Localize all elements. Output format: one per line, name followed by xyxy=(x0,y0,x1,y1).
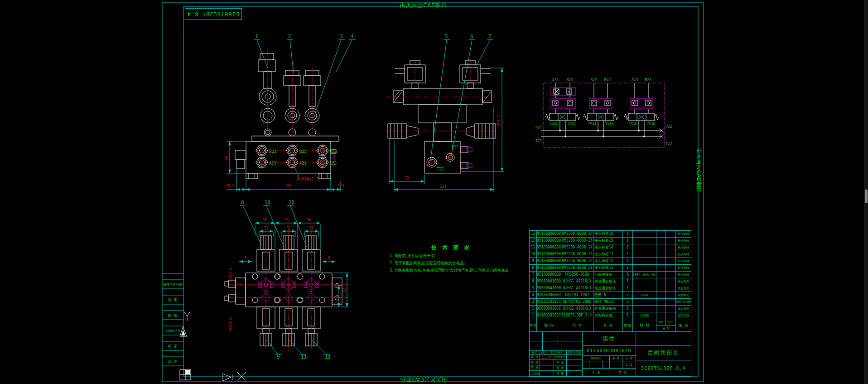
svg-text:B21: B21 xyxy=(567,78,574,82)
svg-text:9: 9 xyxy=(277,354,280,360)
table-cell-qty: 1 xyxy=(623,312,633,319)
table-cell-material: 订货图 xyxy=(633,312,656,319)
svg-text:YV16: YV16 xyxy=(647,122,656,126)
svg-text:T22: T22 xyxy=(665,142,672,146)
table-cell-unit_wt xyxy=(656,265,665,272)
table-cell-drawing_no: HM3250-0000-14 xyxy=(561,244,593,251)
left-strip: 修理用件登记 描 图 校 核 旧底图总号 签 字 日 期 xyxy=(162,273,183,366)
svg-text:1: 1 xyxy=(255,34,258,39)
svg-text:YV12: YV12 xyxy=(568,122,576,126)
table-row: 129513000000018HM3250-0000-15接头标签151长沙奇峰 xyxy=(530,238,691,244)
table-row: 89513000000014HM3250-0000-11接头标签111长沙奇峰 xyxy=(530,265,691,272)
table-cell-name: 锥直通管接头 xyxy=(593,285,623,292)
table-cell-code: 011603830020150 xyxy=(537,312,561,319)
table-cell-unit_wt xyxy=(656,285,665,292)
table-cell-name: 电磁阀接头 xyxy=(593,272,623,278)
table-cell-qty: 2 xyxy=(623,299,633,306)
port-label: B23 xyxy=(329,149,337,154)
table-cell-no: 13 xyxy=(530,231,537,238)
table-cell-name: 接头标签12 xyxy=(593,258,623,265)
strip-cell-label: 校 核 xyxy=(168,313,178,317)
table-cell-drawing_no: 5160TSL3DF.8.4.1 xyxy=(561,312,593,319)
svg-text:4: 4 xyxy=(351,34,354,39)
table-cell-material xyxy=(633,238,656,244)
table-row: 119513000000017HM3250-0000-14接头标签141长沙奇峰 xyxy=(530,244,691,251)
table-row: 139513000000019HM3250-0000-16接头标签161长沙奇峰 xyxy=(530,231,691,238)
table-row: 10116038300201505160TSL3DF.8.4.1后阀块总成1订货… xyxy=(530,312,691,319)
table-cell-name: 接头标签16 xyxy=(593,231,623,238)
table-cell-drawing_no: Q/HG1.41814LX xyxy=(561,306,593,312)
svg-text:YV13: YV13 xyxy=(588,122,596,126)
table-cell-total_wt xyxy=(665,278,676,285)
table-cell-code: 9513000000018 xyxy=(537,238,561,244)
scale-value: 1:2 xyxy=(622,361,636,369)
table-cell-qty: 2 xyxy=(623,292,633,299)
table-cell-code: 9513000000014 xyxy=(537,265,561,272)
table-cell-material xyxy=(633,265,656,272)
svg-text:7: 7 xyxy=(488,34,492,39)
side-view: P21 T21 5 6 7 73 231 293.5 xyxy=(385,34,504,192)
directional-valve-symbols xyxy=(545,113,659,121)
table-cell-drawing_no: HM3250-0000-15 xyxy=(561,238,593,244)
port-label: B21 xyxy=(269,149,276,154)
table-cell-qty: 1 xyxy=(623,251,633,258)
table-cell-material: 65Mn xyxy=(633,292,656,299)
table-cell-no: 4 xyxy=(530,292,537,299)
table-cell-remark: 长沙奇峰 xyxy=(676,265,691,272)
port-label: A23 xyxy=(329,161,337,165)
table-cell-no: 10 xyxy=(530,251,537,258)
table-cell-name: 螺栓 M8x25 xyxy=(593,299,623,306)
table-cell-remark: 镀锌 8.8级 xyxy=(676,299,691,306)
table-cell-total_wt xyxy=(665,244,676,251)
corner-mark-icon xyxy=(180,369,191,380)
document-number: 01160303081620 xyxy=(582,345,636,356)
bom-header-remark: 备 注 xyxy=(675,319,691,332)
table-cell-total_wt xyxy=(665,292,676,299)
tech-requirement-item: 2. 用于装配的阀块总成应是经检验的合格品; xyxy=(390,261,526,266)
table-cell-unit_wt xyxy=(656,251,665,258)
svg-text:5: 5 xyxy=(445,34,448,39)
table-cell-total_wt xyxy=(665,231,676,238)
table-cell-total_wt xyxy=(665,299,676,306)
table-cell-drawing_no: HM3250-0000-16 xyxy=(561,231,593,238)
strip-cell-label: 日 期 xyxy=(168,360,178,364)
sheet-page: 第 张 xyxy=(609,368,636,377)
svg-text:8: 8 xyxy=(245,256,247,260)
table-cell-material xyxy=(633,306,656,312)
table-cell-material xyxy=(633,231,656,238)
svg-text:B22: B22 xyxy=(604,78,611,82)
table-cell-code: 9513000000019 xyxy=(537,231,561,238)
port-label: A22 xyxy=(299,161,307,165)
table-cell-total_wt xyxy=(665,312,676,319)
strip-cell-label: 修理用件登记 xyxy=(163,283,182,287)
drawing-number: 5160TSL3DF.8.4 xyxy=(636,360,691,377)
corner-label: 5160TSL3DF 8.4 xyxy=(187,11,239,17)
svg-text:M22x1.5: M22x1.5 xyxy=(229,268,232,282)
table-cell-code: 9506004100110 xyxy=(537,306,561,312)
svg-text:50: 50 xyxy=(284,218,289,222)
scrollbar-track[interactable] xyxy=(864,0,868,384)
tech-requirement-item: 3. 管路装配接管前,各接头应用防尘盖封堵严密,防止异物进入阀块油道. xyxy=(390,268,526,273)
table-cell-no: 2 xyxy=(530,306,537,312)
table-cell-qty: 1 xyxy=(623,231,633,238)
svg-text:41: 41 xyxy=(334,295,338,300)
sign-row-label: 日 期 xyxy=(554,370,567,377)
table-cell-drawing_no: GB/T5783-2000 xyxy=(561,299,593,306)
table-cell-drawing_no: HM3250-0000-13 xyxy=(561,251,593,258)
table-cell-qty: 1 xyxy=(623,285,633,292)
table-cell-code: 9201038600301 xyxy=(537,292,561,299)
table-cell-unit_wt xyxy=(656,278,665,285)
assembly-type-label: 组件 xyxy=(582,331,636,346)
table-cell-name: 接头标签15 xyxy=(593,238,623,244)
port-label: A21 xyxy=(269,161,276,165)
table-cell-remark: 长沙奇峰 xyxy=(676,258,691,265)
table-cell-total_wt xyxy=(665,285,676,292)
scrollbar-thumb[interactable] xyxy=(865,190,868,203)
port-label: B22 xyxy=(299,149,307,154)
table-cell-code: 9513000000017 xyxy=(537,244,561,251)
svg-text:62: 62 xyxy=(342,288,347,292)
drawing-title: 后阀块部装 xyxy=(636,345,691,360)
watermark-right: 由天河云CAD制作 xyxy=(695,148,703,193)
table-cell-code: 9513000000015 xyxy=(537,258,561,265)
table-cell-remark: 长沙奇峰 xyxy=(676,231,691,238)
